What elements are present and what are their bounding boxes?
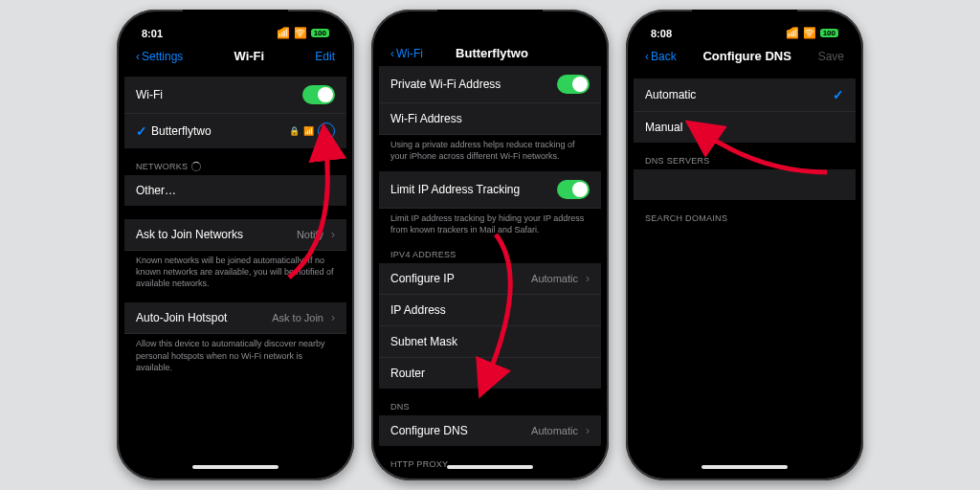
nav-bar: ‹Wi-Fi Butterflytwo	[379, 40, 601, 68]
chevron-right-icon: ›	[331, 311, 335, 324]
wifi-signal-icon: 📶	[303, 126, 314, 136]
save-button[interactable]: Save	[818, 50, 844, 63]
subnet-mask-row: Subnet Mask	[379, 326, 601, 358]
ipv4-header: IPV4 ADDRESS	[379, 250, 601, 263]
chevron-right-icon: ›	[586, 272, 590, 285]
auto-join-hotspot-row[interactable]: Auto-Join Hotspot Ask to Join›	[124, 302, 346, 334]
back-button[interactable]: ‹Back	[645, 50, 677, 63]
page-title: Wi-Fi	[234, 49, 265, 63]
ip-address-row: IP Address	[379, 295, 601, 326]
wifi-address-row: Wi-Fi Address	[379, 103, 601, 135]
wifi-label: Wi-Fi	[136, 88, 163, 101]
hotspot-footer: Allow this device to automatically disco…	[124, 334, 346, 372]
notch	[437, 10, 543, 31]
address-footer: Using a private address helps reduce tra…	[379, 135, 601, 162]
lock-icon: 🔒	[289, 126, 300, 136]
network-name: Butterflytwo	[151, 124, 212, 138]
router-row: Router	[379, 358, 601, 389]
ask-to-join-row[interactable]: Ask to Join Networks Notify›	[124, 219, 346, 251]
wifi-toggle[interactable]	[302, 85, 335, 104]
private-address-row[interactable]: Private Wi-Fi Address	[379, 66, 601, 103]
search-domains-header: SEARCH DOMAINS	[634, 213, 856, 227]
checkmark-icon: ✓	[136, 123, 147, 139]
home-indicator[interactable]	[702, 465, 788, 469]
phone-wifi-settings: 8:01 📶 🛜 100 ‹Settings Wi-Fi Edit Wi-Fi	[117, 10, 354, 480]
ask-footer: Known networks will be joined automatica…	[124, 251, 346, 289]
connected-network-row[interactable]: ✓Butterflytwo 🔒 📶 i	[124, 114, 346, 148]
notch	[692, 10, 797, 31]
home-indicator[interactable]	[192, 465, 278, 469]
dns-server-placeholder	[634, 169, 856, 200]
configure-dns-row[interactable]: Configure DNS Automatic›	[379, 415, 601, 446]
wifi-toggle-row[interactable]: Wi-Fi	[124, 77, 346, 114]
other-network-row[interactable]: Other…	[124, 175, 346, 206]
wifi-icon: 🛜	[803, 27, 816, 39]
home-indicator[interactable]	[447, 465, 533, 469]
nav-bar: ‹Settings Wi-Fi Edit	[124, 43, 346, 71]
dns-header: DNS	[379, 402, 601, 415]
page-title: Butterflytwo	[456, 46, 528, 60]
private-address-toggle[interactable]	[557, 75, 590, 94]
checkmark-icon: ✓	[833, 87, 844, 102]
wifi-icon: 🛜	[294, 27, 307, 39]
phone-configure-dns: 8:08 📶 🛜 100 ‹Back Configure DNS Save Au…	[626, 10, 863, 480]
clock: 8:01	[142, 28, 163, 39]
battery-icon: 100	[311, 29, 329, 37]
clock: 8:08	[651, 28, 672, 39]
notch	[183, 10, 288, 31]
dns-servers-header: DNS SERVERS	[634, 156, 856, 169]
info-icon[interactable]: i	[318, 122, 335, 140]
battery-icon: 100	[820, 29, 838, 37]
configure-ip-row[interactable]: Configure IP Automatic›	[379, 263, 601, 295]
spinner-icon	[191, 162, 201, 171]
chevron-left-icon: ‹	[390, 47, 394, 60]
chevron-right-icon: ›	[586, 424, 590, 437]
limit-footer: Limit IP address tracking by hiding your…	[379, 209, 601, 235]
page-title: Configure DNS	[702, 49, 791, 63]
limit-tracking-row[interactable]: Limit IP Address Tracking	[379, 171, 601, 209]
chevron-left-icon: ‹	[645, 50, 649, 63]
nav-bar: ‹Back Configure DNS Save	[634, 43, 856, 71]
edit-button[interactable]: Edit	[315, 50, 335, 63]
phone-network-details: ‹Wi-Fi Butterflytwo Private Wi-Fi Addres…	[371, 10, 609, 480]
automatic-row[interactable]: Automatic ✓	[634, 78, 856, 112]
networks-header: NETWORKS	[124, 162, 346, 175]
chevron-right-icon: ›	[331, 228, 335, 241]
chevron-left-icon: ‹	[136, 50, 140, 63]
back-button[interactable]: ‹Settings	[136, 50, 183, 63]
manual-row[interactable]: Manual	[634, 112, 856, 143]
back-button[interactable]: ‹Wi-Fi	[390, 47, 423, 60]
limit-tracking-toggle[interactable]	[557, 180, 590, 199]
